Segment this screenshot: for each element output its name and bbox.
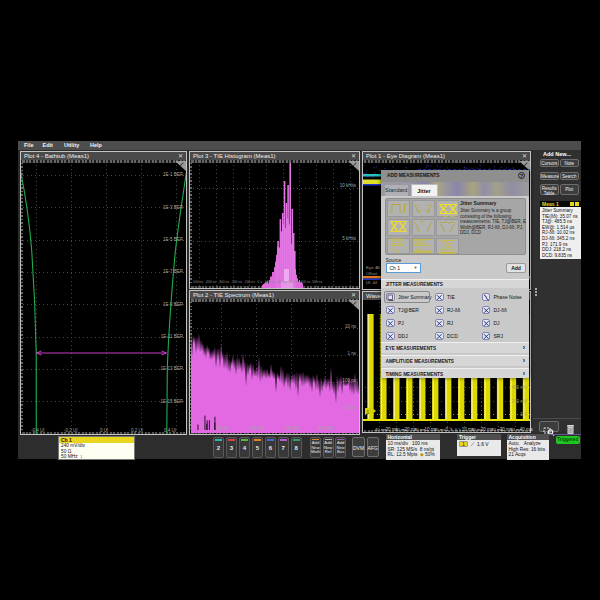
svg-text:UI: 44: UI: 44 <box>366 280 378 285</box>
svg-text:Offset: Offset <box>366 271 378 276</box>
svg-text:Eye: All: Eye: All <box>366 265 380 270</box>
